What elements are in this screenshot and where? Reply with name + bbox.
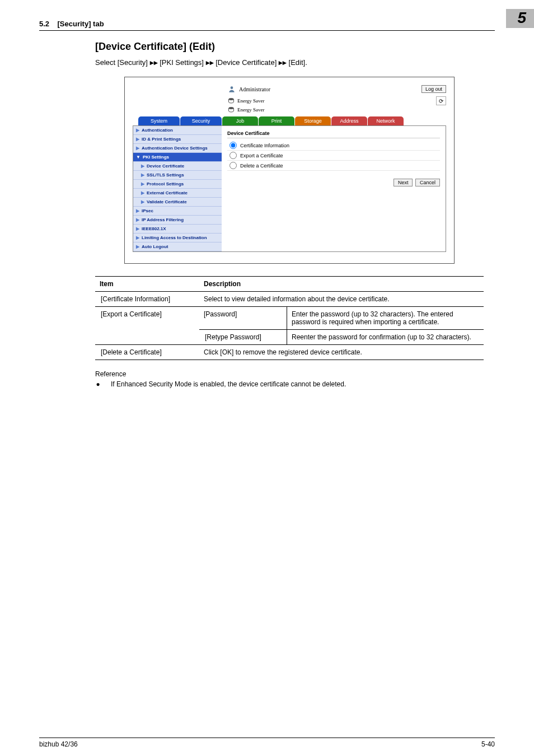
sidebar-item-limit-dest[interactable]: ▶Limiting Access to Destination	[133, 234, 222, 242]
table-row: [Certificate Information] Select to view…	[95, 292, 484, 307]
next-button[interactable]: Next	[394, 179, 413, 186]
svg-point-1	[229, 98, 234, 100]
panel-title: Device Certificate	[227, 130, 440, 138]
sidebar-item-authentication[interactable]: ▶Authentication	[133, 126, 222, 135]
sidebar-item-protocol[interactable]: ▶Protocol Settings	[133, 180, 222, 189]
sidebar-item-auto-logout[interactable]: ▶Auto Logout	[133, 242, 222, 251]
sidebar-item-ieee[interactable]: ▶IEEE802.1X	[133, 225, 222, 234]
opt-delete-label: Delete a Certificate	[240, 163, 283, 169]
embedded-screenshot: Administrator Log out Energy Saver ⟳ Ene…	[124, 77, 455, 264]
sidebar-item-ssl-tls[interactable]: ▶SSL/TLS Settings	[133, 171, 222, 180]
opt-export-label: Export a Certificate	[240, 153, 283, 158]
th-item: Item	[95, 277, 199, 292]
tab-security[interactable]: Security	[180, 116, 222, 125]
energy-saver-1[interactable]: Energy Saver	[237, 98, 265, 104]
tab-address[interactable]: Address	[331, 116, 367, 125]
chapter-badge: 5	[506, 9, 534, 28]
tab-print[interactable]: Print	[259, 116, 294, 125]
page-title: [Device Certificate] (Edit)	[95, 41, 484, 53]
sidebar: ▶Authentication ▶ID & Print Settings ▶Au…	[133, 126, 222, 251]
tab-job[interactable]: Job	[222, 116, 258, 125]
sidebar-item-device-cert[interactable]: ▶Device Certificate	[133, 162, 222, 171]
svg-point-0	[231, 86, 233, 89]
svg-point-2	[229, 107, 234, 109]
refresh-icon[interactable]: ⟳	[436, 96, 446, 105]
tab-bar: System Security Job Print Storage Addres…	[138, 116, 446, 125]
tab-network[interactable]: Network	[368, 116, 404, 125]
description-table: Item Description [Certificate Informatio…	[95, 276, 484, 360]
radio-export-cert[interactable]	[229, 152, 237, 159]
reference-bullet: ● If Enhanced Security Mode is enabled, …	[95, 380, 484, 388]
logout-button[interactable]: Log out	[421, 85, 446, 93]
admin-icon	[228, 85, 236, 93]
energy-saver-icon	[228, 97, 235, 104]
sidebar-item-id-print[interactable]: ▶ID & Print Settings	[133, 135, 222, 144]
sidebar-item-external-cert[interactable]: ▶External Certificate	[133, 189, 222, 198]
reference-label: Reference	[95, 370, 484, 378]
admin-label: Administrator	[239, 86, 270, 92]
breadcrumb: Select [Security] ▸▸ [PKI Settings] ▸▸ […	[95, 58, 484, 67]
sidebar-item-ip-filter[interactable]: ▶IP Address Filtering	[133, 216, 222, 225]
opt-cert-info-label: Certificate Information	[240, 143, 289, 148]
energy-saver-2[interactable]: Energy Saver	[237, 107, 265, 113]
sidebar-item-auth-device[interactable]: ▶Authentication Device Settings	[133, 144, 222, 153]
tab-system[interactable]: System	[138, 116, 180, 125]
sidebar-item-ipsec[interactable]: ▶IPsec	[133, 207, 222, 216]
main-panel: Device Certificate Certificate Informati…	[222, 126, 446, 251]
tab-storage[interactable]: Storage	[295, 116, 331, 125]
radio-cert-info[interactable]	[229, 142, 237, 149]
header-section-num: 5.2 [Security] tab	[39, 20, 104, 28]
sidebar-item-validate-cert[interactable]: ▶Validate Certificate	[133, 198, 222, 207]
energy-saver-icon-2	[228, 106, 235, 113]
cancel-button[interactable]: Cancel	[415, 179, 440, 186]
table-row: [Delete a Certificate] Click [OK] to rem…	[95, 345, 484, 360]
radio-delete-cert[interactable]	[229, 162, 237, 169]
table-row: [Export a Certificate] [Password] Enter …	[95, 307, 484, 330]
sidebar-item-pki[interactable]: ▼PKI Settings	[133, 153, 222, 162]
th-desc: Description	[199, 277, 484, 292]
